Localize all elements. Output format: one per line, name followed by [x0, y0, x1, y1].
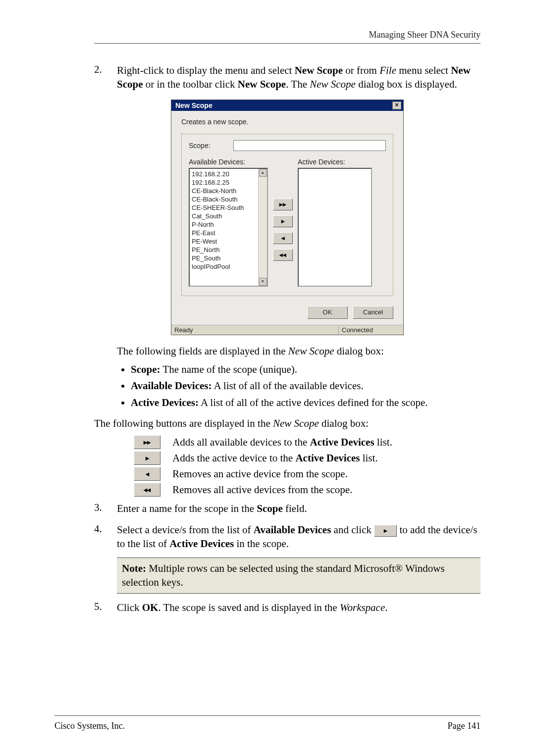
dialog-title: New Scope [175, 101, 213, 109]
list-item[interactable]: CE-SHEER-South [190, 203, 267, 212]
text: Adds all available devices to the [172, 436, 310, 448]
legend-text: Adds the active device to the Active Dev… [172, 452, 378, 464]
note-label: Note: [122, 562, 146, 574]
bold: Scope: [131, 363, 160, 375]
step-text: Click OK. The scope is saved and is disp… [117, 601, 388, 614]
dialog-panel: Scope: Available Devices: 192.168.2.20 1… [181, 134, 393, 296]
paragraph: The following buttons are displayed in t… [94, 416, 481, 430]
scrollbar[interactable]: ▴ ▾ [258, 169, 267, 286]
status-connected: Connected [339, 325, 403, 335]
step-text: Enter a name for the scope in the Scope … [117, 502, 307, 515]
available-devices-label: Available Devices: [189, 158, 268, 166]
text: menu select [396, 64, 451, 76]
note-text: Multiple rows can be selected using the … [122, 562, 445, 588]
list-item[interactable]: P-North [190, 220, 267, 229]
text: The following buttons are displayed in t… [94, 417, 273, 429]
legend-text: Removes an active device from the scope. [172, 468, 348, 480]
italic: New Scope [288, 345, 334, 357]
text: The name of the scope (unique). [160, 363, 298, 375]
list-item[interactable]: loopIPodPool [190, 262, 267, 271]
text: field. [283, 503, 307, 514]
add-one-inline-icon: ▸ [374, 525, 397, 537]
remove-all-icon: ◂◂ [134, 483, 160, 497]
list-item[interactable]: 192.168.2.20 [190, 170, 267, 178]
text: list. [374, 436, 392, 448]
step-number: 5. [94, 601, 117, 614]
italic: File [379, 64, 396, 76]
scroll-up-icon[interactable]: ▴ [259, 169, 267, 177]
remove-one-icon: ◂ [134, 467, 160, 481]
running-header: Managing Sheer DNA Security [94, 30, 481, 44]
text: A list of all of the active devices defi… [199, 397, 428, 408]
remove-one-button[interactable]: ◂ [273, 232, 293, 244]
list-item[interactable]: PE-East [190, 229, 267, 237]
text: dialog box: [319, 417, 369, 429]
text: list. [360, 452, 377, 464]
add-one-icon: ▸ [134, 451, 160, 465]
bold: New Scope [238, 78, 286, 90]
cancel-button[interactable]: Cancel [353, 306, 393, 319]
bold: Active Devices [169, 538, 234, 550]
note-box: Note: Multiple rows can be selected usin… [117, 557, 481, 594]
text: Select a device/s from the list of [117, 524, 254, 536]
text: Right-click to display the menu and sele… [117, 64, 295, 76]
close-button[interactable]: × [392, 101, 401, 109]
add-one-button[interactable]: ▸ [273, 215, 293, 227]
active-devices-label: Active Devices: [298, 158, 372, 166]
list-item: Available Devices: A list of all of the … [131, 379, 481, 393]
active-devices-list[interactable] [298, 168, 372, 287]
step-number: 3. [94, 502, 117, 515]
list-item[interactable]: PE_North [190, 246, 267, 254]
scope-input[interactable] [233, 140, 386, 151]
step-5: 5. Click OK. The scope is saved and is d… [94, 601, 481, 614]
text: and click [331, 524, 374, 536]
list-item: Scope: The name of the scope (unique). [131, 363, 481, 376]
list-item[interactable]: CE-Black-South [190, 195, 267, 203]
step-text: Select a device/s from the list of Avail… [117, 523, 481, 551]
step-number: 2. [94, 63, 117, 92]
ok-button[interactable]: OK [307, 306, 348, 319]
scope-label: Scope: [189, 142, 233, 150]
bold: New Scope [295, 64, 343, 76]
text: A list of all of the available devices. [212, 380, 364, 392]
add-all-button[interactable]: ▸▸ [273, 199, 293, 210]
step-4: 4. Select a device/s from the list of Av… [94, 523, 481, 551]
list-item[interactable]: PE-West [190, 237, 267, 246]
paragraph: The following fields are displayed in th… [117, 344, 481, 358]
text: in the scope. [234, 538, 289, 550]
bold: Scope [257, 503, 283, 514]
list-item[interactable]: CE-Black-North [190, 187, 267, 195]
bold: Active Devices [310, 436, 374, 448]
bold: Active Devices: [131, 397, 199, 408]
list-item[interactable]: 192.168.2.25 [190, 178, 267, 187]
text: The following fields are displayed in th… [117, 345, 288, 357]
status-ready: Ready [171, 325, 339, 335]
list-item[interactable]: Cat_South [190, 212, 267, 220]
text: Adds the active device to the [172, 452, 295, 464]
legend-text: Removes all active devices from the scop… [172, 484, 352, 496]
step-number: 4. [94, 523, 117, 551]
list-item: Active Devices: A list of all of the act… [131, 396, 481, 409]
text: Enter a name for the scope in the [117, 503, 257, 514]
text: . The [286, 78, 310, 90]
footer-left: Cisco Systems, Inc. [54, 721, 125, 731]
text: or from [343, 64, 379, 76]
scroll-down-icon[interactable]: ▾ [259, 278, 267, 286]
italic: New Scope [273, 417, 319, 429]
available-devices-list[interactable]: 192.168.2.20 192.168.2.25 CE-Black-North… [189, 168, 268, 287]
text: . The scope is saved and is displayed in… [158, 602, 339, 613]
text: dialog box: [334, 345, 384, 357]
page-footer: Cisco Systems, Inc. Page 141 [54, 715, 481, 731]
legend-text: Adds all available devices to the Active… [172, 436, 392, 449]
list-item[interactable]: PE_South [190, 254, 267, 262]
button-legend: ▸▸ Adds all available devices to the Act… [134, 435, 481, 497]
bold: Active Devices [295, 452, 360, 464]
italic: Workspace [340, 602, 385, 613]
step-3: 3. Enter a name for the scope in the Sco… [94, 502, 481, 515]
remove-all-button[interactable]: ◂◂ [273, 249, 293, 261]
bold: Available Devices: [131, 380, 212, 392]
footer-right: Page 141 [448, 721, 481, 731]
text: . [385, 602, 387, 613]
field-list: Scope: The name of the scope (unique). A… [117, 363, 481, 409]
italic: New Scope [310, 78, 356, 90]
